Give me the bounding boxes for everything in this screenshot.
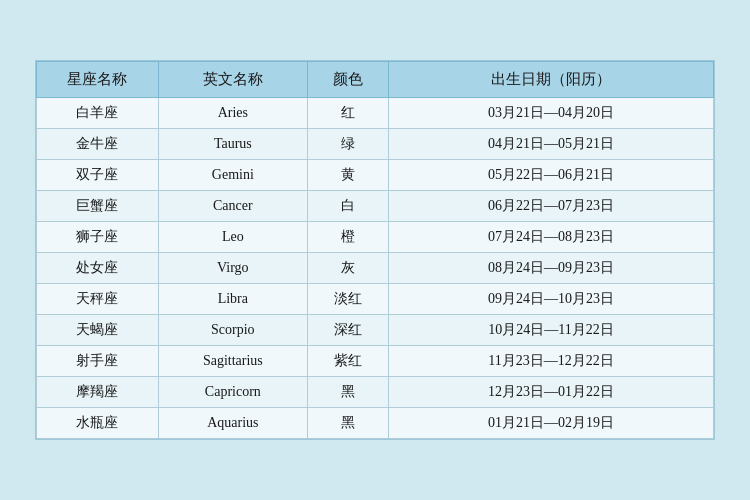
cell-en-name: Aries bbox=[158, 98, 307, 129]
table-row: 狮子座Leo橙07月24日—08月23日 bbox=[37, 222, 714, 253]
cell-color: 深红 bbox=[307, 315, 388, 346]
cell-zh-name: 处女座 bbox=[37, 253, 159, 284]
table-row: 巨蟹座Cancer白06月22日—07月23日 bbox=[37, 191, 714, 222]
cell-date: 06月22日—07月23日 bbox=[389, 191, 714, 222]
cell-date: 07月24日—08月23日 bbox=[389, 222, 714, 253]
cell-date: 10月24日—11月22日 bbox=[389, 315, 714, 346]
table-row: 水瓶座Aquarius黑01月21日—02月19日 bbox=[37, 408, 714, 439]
cell-color: 橙 bbox=[307, 222, 388, 253]
cell-zh-name: 狮子座 bbox=[37, 222, 159, 253]
cell-en-name: Cancer bbox=[158, 191, 307, 222]
cell-en-name: Aquarius bbox=[158, 408, 307, 439]
cell-zh-name: 巨蟹座 bbox=[37, 191, 159, 222]
table-row: 天秤座Libra淡红09月24日—10月23日 bbox=[37, 284, 714, 315]
cell-color: 黑 bbox=[307, 377, 388, 408]
cell-color: 黑 bbox=[307, 408, 388, 439]
table-row: 白羊座Aries红03月21日—04月20日 bbox=[37, 98, 714, 129]
cell-date: 08月24日—09月23日 bbox=[389, 253, 714, 284]
cell-color: 淡红 bbox=[307, 284, 388, 315]
table-row: 天蝎座Scorpio深红10月24日—11月22日 bbox=[37, 315, 714, 346]
cell-en-name: Gemini bbox=[158, 160, 307, 191]
cell-en-name: Sagittarius bbox=[158, 346, 307, 377]
table-row: 射手座Sagittarius紫红11月23日—12月22日 bbox=[37, 346, 714, 377]
zodiac-table-container: 星座名称 英文名称 颜色 出生日期（阳历） 白羊座Aries红03月21日—04… bbox=[35, 60, 715, 440]
cell-color: 白 bbox=[307, 191, 388, 222]
header-color: 颜色 bbox=[307, 62, 388, 98]
cell-color: 黄 bbox=[307, 160, 388, 191]
cell-zh-name: 金牛座 bbox=[37, 129, 159, 160]
table-row: 摩羯座Capricorn黑12月23日—01月22日 bbox=[37, 377, 714, 408]
cell-date: 09月24日—10月23日 bbox=[389, 284, 714, 315]
cell-date: 03月21日—04月20日 bbox=[389, 98, 714, 129]
cell-en-name: Virgo bbox=[158, 253, 307, 284]
cell-en-name: Leo bbox=[158, 222, 307, 253]
cell-zh-name: 天蝎座 bbox=[37, 315, 159, 346]
cell-zh-name: 水瓶座 bbox=[37, 408, 159, 439]
cell-color: 紫红 bbox=[307, 346, 388, 377]
table-row: 处女座Virgo灰08月24日—09月23日 bbox=[37, 253, 714, 284]
cell-date: 04月21日—05月21日 bbox=[389, 129, 714, 160]
table-row: 双子座Gemini黄05月22日—06月21日 bbox=[37, 160, 714, 191]
cell-en-name: Taurus bbox=[158, 129, 307, 160]
cell-color: 红 bbox=[307, 98, 388, 129]
header-birthdate: 出生日期（阳历） bbox=[389, 62, 714, 98]
cell-en-name: Libra bbox=[158, 284, 307, 315]
cell-zh-name: 射手座 bbox=[37, 346, 159, 377]
table-header-row: 星座名称 英文名称 颜色 出生日期（阳历） bbox=[37, 62, 714, 98]
cell-date: 11月23日—12月22日 bbox=[389, 346, 714, 377]
zodiac-table: 星座名称 英文名称 颜色 出生日期（阳历） 白羊座Aries红03月21日—04… bbox=[36, 61, 714, 439]
header-zh-name: 星座名称 bbox=[37, 62, 159, 98]
cell-date: 05月22日—06月21日 bbox=[389, 160, 714, 191]
table-row: 金牛座Taurus绿04月21日—05月21日 bbox=[37, 129, 714, 160]
cell-zh-name: 白羊座 bbox=[37, 98, 159, 129]
header-en-name: 英文名称 bbox=[158, 62, 307, 98]
cell-en-name: Scorpio bbox=[158, 315, 307, 346]
cell-zh-name: 摩羯座 bbox=[37, 377, 159, 408]
cell-en-name: Capricorn bbox=[158, 377, 307, 408]
cell-zh-name: 天秤座 bbox=[37, 284, 159, 315]
cell-date: 01月21日—02月19日 bbox=[389, 408, 714, 439]
cell-color: 绿 bbox=[307, 129, 388, 160]
cell-color: 灰 bbox=[307, 253, 388, 284]
cell-date: 12月23日—01月22日 bbox=[389, 377, 714, 408]
cell-zh-name: 双子座 bbox=[37, 160, 159, 191]
